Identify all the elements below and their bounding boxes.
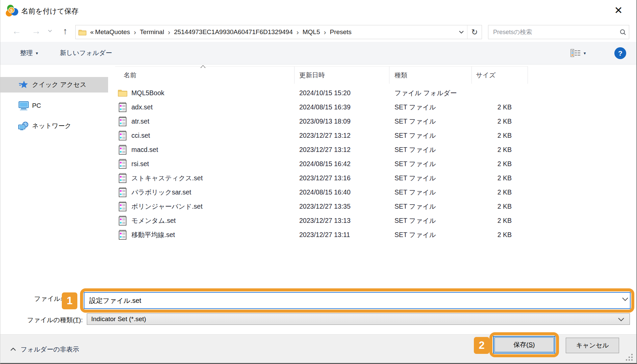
file-row[interactable]: ストキャスティクス.set 2023/12/27 13:16 SET ファイル … xyxy=(115,171,528,185)
filetype-dropdown-chevron-icon xyxy=(618,317,624,323)
file-date-modified: 2024/10/15 15:20 xyxy=(295,89,389,97)
organize-button[interactable]: 整理 ▾ xyxy=(20,42,38,64)
annotation-step-1-badge: 1 xyxy=(62,292,77,309)
search-box[interactable] xyxy=(488,25,629,39)
file-row[interactable]: adx.set 2024/08/15 16:39 SET ファイル 2 KB xyxy=(115,100,528,114)
recent-locations-chevron-icon[interactable] xyxy=(46,22,54,40)
breadcrumb-separator-icon: › xyxy=(165,28,173,36)
file-type: ファイル フォルダー xyxy=(389,88,472,98)
file-date-modified: 2023/12/27 13:35 xyxy=(295,203,389,210)
hide-folders-button[interactable]: フォルダーの非表示 xyxy=(10,335,79,364)
file-icon xyxy=(118,173,127,183)
search-input[interactable] xyxy=(488,29,617,36)
address-bar[interactable]: « MetaQuotes›Terminal›25144973EC1A9930A6… xyxy=(75,25,482,39)
search-icon[interactable] xyxy=(617,29,629,35)
help-button[interactable]: ? xyxy=(614,47,626,59)
set-file-icon xyxy=(119,230,127,240)
file-row[interactable]: 移動平均線.set 2023/12/27 13:11 SET ファイル 2 KB xyxy=(115,228,528,242)
resize-grip[interactable] xyxy=(626,354,633,361)
set-file-icon xyxy=(119,102,127,112)
sidebar-item-label: ネットワーク xyxy=(32,122,71,130)
file-name: 移動平均線.set xyxy=(131,230,175,239)
sidebar-item-label: PC xyxy=(32,102,41,109)
breadcrumb-item[interactable]: Presets xyxy=(329,28,352,36)
file-size: 2 KB xyxy=(472,174,528,182)
annotation-step-2-badge: 2 xyxy=(474,337,489,354)
file-icon xyxy=(118,116,127,127)
column-header-size[interactable]: サイズ xyxy=(472,67,528,84)
file-type: SET ファイル xyxy=(389,145,472,154)
breadcrumb-item[interactable]: MetaQuotes xyxy=(95,28,131,36)
sidebar-item-label: クイック アクセス xyxy=(32,80,86,89)
sidebar-item-network[interactable]: ネットワーク xyxy=(0,118,108,134)
folder-icon xyxy=(118,89,127,97)
file-icon xyxy=(118,102,127,112)
file-size: 2 KB xyxy=(472,160,528,168)
set-file-icon xyxy=(119,159,127,169)
sidebar-item-pc[interactable]: PC xyxy=(0,98,108,113)
file-row[interactable]: cci.set 2023/12/27 13:12 SET ファイル 2 KB xyxy=(115,128,528,142)
pc-monitor-icon xyxy=(18,101,29,110)
command-toolbar: 整理 ▾ 新しいフォルダー ▾ ? xyxy=(0,42,636,64)
filename-dropdown-chevron-icon[interactable] xyxy=(622,296,628,303)
file-row[interactable]: rsi.set 2024/08/15 16:42 SET ファイル 2 KB xyxy=(115,157,528,171)
set-file-icon xyxy=(119,173,127,183)
file-size: 2 KB xyxy=(472,132,528,139)
file-icon xyxy=(118,144,127,155)
file-row[interactable]: ボリンジャーバンド.set 2023/12/27 13:35 SET ファイル … xyxy=(115,199,528,213)
breadcrumb-item[interactable]: Terminal xyxy=(139,28,165,36)
file-date-modified: 2023/12/27 13:12 xyxy=(295,146,389,154)
annotation-highlight-filename xyxy=(80,288,634,313)
column-header-type[interactable]: 種類 xyxy=(389,67,472,84)
filename-input[interactable] xyxy=(84,292,631,309)
list-view-icon xyxy=(570,49,581,57)
view-caret-icon: ▾ xyxy=(584,51,586,56)
filetype-select[interactable]: Indicator Set (*.set) xyxy=(87,313,630,325)
refresh-icon[interactable]: ↻ xyxy=(467,28,482,37)
save-as-dialog: S 名前を付けて保存 ✕ ← → ↑ « MetaQuotes›Terminal… xyxy=(0,0,637,364)
cancel-button[interactable]: キャンセル xyxy=(566,338,619,353)
sidebar-item-quick-access[interactable]: クイック アクセス xyxy=(0,77,108,93)
list-header: 名前 更新日時 種類 サイズ xyxy=(115,66,528,84)
column-header-date[interactable]: 更新日時 xyxy=(295,67,389,84)
file-icon xyxy=(118,158,127,169)
forward-icon[interactable]: → xyxy=(29,22,43,40)
up-icon[interactable]: ↑ xyxy=(58,22,72,40)
file-row[interactable]: パラボリックsar.set 2024/08/15 16:40 SET ファイル … xyxy=(115,185,528,199)
file-type: SET ファイル xyxy=(389,202,472,211)
file-date-modified: 2023/12/27 13:13 xyxy=(295,217,389,225)
file-size: 2 KB xyxy=(472,217,528,225)
file-name: ボリンジャーバンド.set xyxy=(131,202,203,211)
folder-icon xyxy=(78,29,86,35)
column-header-name[interactable]: 名前 xyxy=(115,67,295,84)
back-icon[interactable]: ← xyxy=(10,22,23,40)
file-icon xyxy=(118,229,127,240)
save-button[interactable]: 保存(S) xyxy=(493,336,555,354)
close-icon[interactable]: ✕ xyxy=(610,0,627,20)
set-file-icon xyxy=(119,116,127,126)
file-size: 2 KB xyxy=(472,103,528,111)
new-folder-button[interactable]: 新しいフォルダー xyxy=(60,42,112,64)
file-type: SET ファイル xyxy=(389,216,472,225)
set-file-icon xyxy=(119,201,127,211)
file-list: MQL5Book 2024/10/15 15:20 ファイル フォルダー xyxy=(115,86,528,242)
view-mode-button[interactable]: ▾ xyxy=(570,42,586,64)
file-size: 2 KB xyxy=(472,231,528,239)
file-row[interactable]: atr.set 2023/09/13 18:09 SET ファイル 2 KB xyxy=(115,114,528,128)
breadcrumb-separator-icon: › xyxy=(294,28,302,36)
address-dropdown-chevron-icon[interactable] xyxy=(456,31,467,34)
breadcrumb-item[interactable]: 25144973EC1A9930A60471F6D1329494 xyxy=(173,28,294,36)
file-date-modified: 2023/12/27 13:16 xyxy=(295,174,389,182)
file-type: SET ファイル xyxy=(389,174,472,183)
breadcrumb: MetaQuotes›Terminal›25144973EC1A9930A604… xyxy=(95,28,352,36)
file-name: atr.set xyxy=(131,118,149,125)
file-row[interactable]: macd.set 2023/12/27 13:12 SET ファイル 2 KB xyxy=(115,142,528,157)
breadcrumb-item[interactable]: MQL5 xyxy=(302,28,321,36)
file-size: 2 KB xyxy=(472,118,528,125)
file-size: 2 KB xyxy=(472,188,528,196)
file-type: SET ファイル xyxy=(389,159,472,168)
quick-access-star-icon xyxy=(18,80,29,89)
file-row[interactable]: モメンタム.set 2023/12/27 13:13 SET ファイル 2 KB xyxy=(115,213,528,228)
file-date-modified: 2023/12/27 13:12 xyxy=(295,132,389,139)
file-row[interactable]: MQL5Book 2024/10/15 15:20 ファイル フォルダー xyxy=(115,86,528,100)
